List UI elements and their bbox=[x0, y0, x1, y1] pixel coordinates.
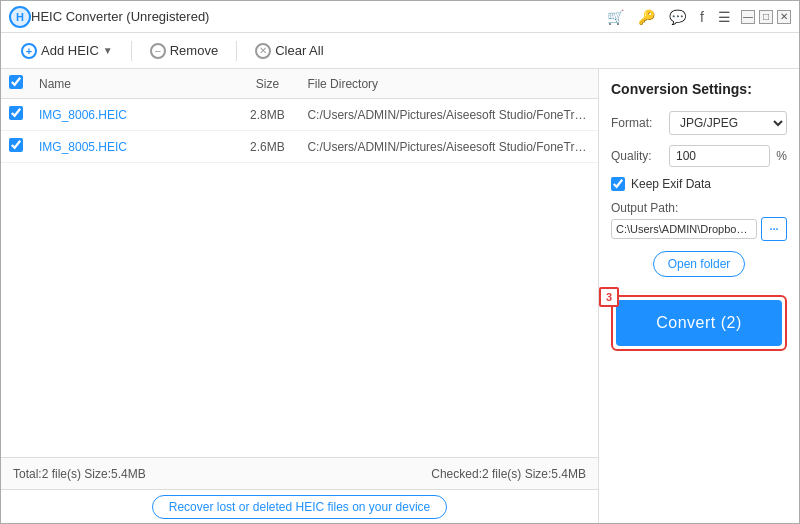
add-icon: + bbox=[21, 43, 37, 59]
convert-button[interactable]: Convert (2) bbox=[616, 300, 782, 346]
quality-row: Quality: % bbox=[611, 145, 787, 167]
table-header: Name Size File Directory bbox=[1, 69, 598, 99]
convert-section: 3 Convert (2) bbox=[611, 295, 787, 351]
key-icon[interactable]: 🔑 bbox=[634, 7, 659, 27]
add-heic-dropdown-icon[interactable]: ▼ bbox=[103, 45, 113, 56]
row1-check bbox=[9, 106, 39, 123]
title-bar: H HEIC Converter (Unregistered) 🛒 🔑 💬 f … bbox=[1, 1, 799, 33]
output-path-section: Output Path: C:\Users\ADMIN\Dropbox\PC\ … bbox=[611, 201, 787, 241]
settings-title: Conversion Settings: bbox=[611, 81, 787, 97]
checked-status: Checked:2 file(s) Size:5.4MB bbox=[431, 467, 586, 481]
output-path-label: Output Path: bbox=[611, 201, 787, 215]
status-bar: Total:2 file(s) Size:5.4MB Checked:2 fil… bbox=[1, 457, 598, 489]
select-all-checkbox[interactable] bbox=[9, 75, 23, 89]
recovery-button[interactable]: Recover lost or deleted HEIC files on yo… bbox=[152, 495, 447, 519]
title-bar-icons: 🛒 🔑 💬 f ☰ bbox=[603, 7, 735, 27]
row1-name: IMG_8006.HEIC bbox=[39, 108, 227, 122]
quality-label: Quality: bbox=[611, 149, 663, 163]
window-controls: — □ ✕ bbox=[741, 10, 791, 24]
convert-badge: 3 bbox=[599, 287, 619, 307]
keep-exif-checkbox[interactable] bbox=[611, 177, 625, 191]
add-heic-label: Add HEIC bbox=[41, 43, 99, 58]
file-panel: Name Size File Directory IMG_8006.HEIC 2… bbox=[1, 69, 599, 523]
clear-all-label: Clear All bbox=[275, 43, 323, 58]
menu-icon[interactable]: ☰ bbox=[714, 7, 735, 27]
header-check bbox=[9, 75, 39, 92]
convert-button-wrapper: Convert (2) bbox=[611, 295, 787, 351]
settings-panel: Conversion Settings: Format: JPG/JPEG PN… bbox=[599, 69, 799, 523]
app-logo: H bbox=[9, 6, 31, 28]
output-path-value: C:\Users\ADMIN\Dropbox\PC\ bbox=[611, 219, 757, 239]
clear-all-button[interactable]: ✕ Clear All bbox=[245, 39, 333, 63]
row2-checkbox[interactable] bbox=[9, 138, 23, 152]
table-row: IMG_8006.HEIC 2.8MB C:/Users/ADMIN/Pictu… bbox=[1, 99, 598, 131]
row1-size: 2.8MB bbox=[227, 108, 307, 122]
keep-exif-row: Keep Exif Data bbox=[611, 177, 787, 191]
window-title: HEIC Converter (Unregistered) bbox=[31, 9, 603, 24]
remove-icon: − bbox=[150, 43, 166, 59]
chat-icon[interactable]: 💬 bbox=[665, 7, 690, 27]
row2-size: 2.6MB bbox=[227, 140, 307, 154]
row2-directory: C:/Users/ADMIN/Pictures/Aiseesoft Studio… bbox=[307, 140, 590, 154]
toolbar-divider-2 bbox=[236, 41, 237, 61]
main-content: Name Size File Directory IMG_8006.HEIC 2… bbox=[1, 69, 799, 523]
remove-label: Remove bbox=[170, 43, 218, 58]
toolbar-divider-1 bbox=[131, 41, 132, 61]
minimize-button[interactable]: — bbox=[741, 10, 755, 24]
quality-unit: % bbox=[776, 149, 787, 163]
toolbar: + Add HEIC ▼ − Remove ✕ Clear All bbox=[1, 33, 799, 69]
maximize-button[interactable]: □ bbox=[759, 10, 773, 24]
header-directory: File Directory bbox=[307, 77, 590, 91]
quality-input[interactable] bbox=[669, 145, 770, 167]
facebook-icon[interactable]: f bbox=[696, 7, 708, 27]
row1-directory: C:/Users/ADMIN/Pictures/Aiseesoft Studio… bbox=[307, 108, 590, 122]
format-select[interactable]: JPG/JPEG PNG BMP TIFF GIF bbox=[669, 111, 787, 135]
format-label: Format: bbox=[611, 116, 663, 130]
keep-exif-label: Keep Exif Data bbox=[631, 177, 711, 191]
format-row: Format: JPG/JPEG PNG BMP TIFF GIF bbox=[611, 111, 787, 135]
header-name: Name bbox=[39, 77, 227, 91]
remove-button[interactable]: − Remove bbox=[140, 39, 228, 63]
row2-check bbox=[9, 138, 39, 155]
table-row: IMG_8005.HEIC 2.6MB C:/Users/ADMIN/Pictu… bbox=[1, 131, 598, 163]
row1-checkbox[interactable] bbox=[9, 106, 23, 120]
output-path-row: C:\Users\ADMIN\Dropbox\PC\ ··· bbox=[611, 217, 787, 241]
browse-button[interactable]: ··· bbox=[761, 217, 787, 241]
cart-icon[interactable]: 🛒 bbox=[603, 7, 628, 27]
clear-icon: ✕ bbox=[255, 43, 271, 59]
total-status: Total:2 file(s) Size:5.4MB bbox=[13, 467, 146, 481]
close-button[interactable]: ✕ bbox=[777, 10, 791, 24]
header-size: Size bbox=[227, 77, 307, 91]
open-folder-button[interactable]: Open folder bbox=[653, 251, 746, 277]
svg-text:H: H bbox=[16, 11, 24, 23]
row2-name: IMG_8005.HEIC bbox=[39, 140, 227, 154]
add-heic-button[interactable]: + Add HEIC ▼ bbox=[11, 39, 123, 63]
recovery-bar: Recover lost or deleted HEIC files on yo… bbox=[1, 489, 598, 523]
file-table-body: IMG_8006.HEIC 2.8MB C:/Users/ADMIN/Pictu… bbox=[1, 99, 598, 457]
